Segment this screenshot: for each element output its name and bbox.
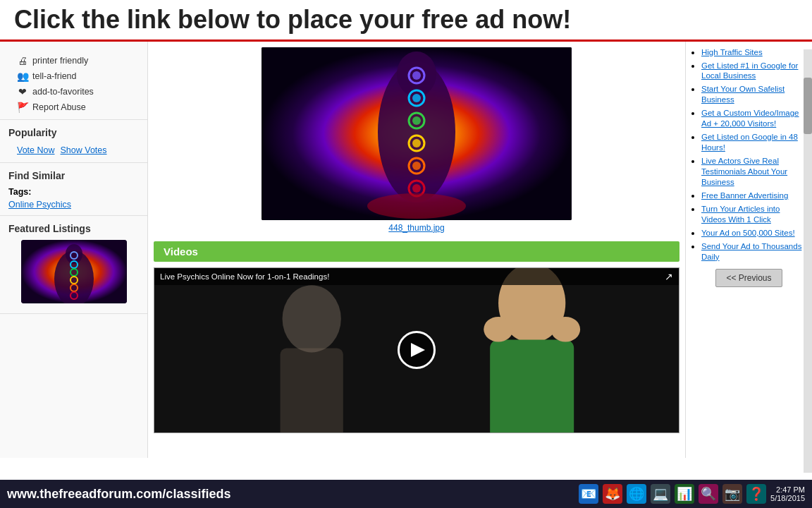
main-image-container: 448_thumb.jpg — [148, 42, 685, 238]
left-sidebar: 🖨 printer friendly 👥 tell-a-friend ❤ add… — [0, 42, 148, 458]
svg-point-23 — [412, 184, 421, 193]
right-list-item: Live Actors Give Real Testimonials About… — [701, 156, 806, 188]
svg-point-13 — [412, 71, 421, 80]
live-actors-link[interactable]: Live Actors Give Real Testimonials About… — [701, 157, 787, 186]
center-content: 448_thumb.jpg Videos Live Psychics Onlin… — [148, 42, 685, 458]
tags-label: Tags: — [8, 187, 139, 197]
video-label: Live Psychics Online Now for 1-on-1 Read… — [160, 272, 329, 281]
svg-point-17 — [412, 116, 421, 125]
right-list-item: Turn Your Articles into Videos With 1 Cl… — [701, 204, 806, 225]
svg-point-21 — [412, 162, 421, 170]
right-links-list: High Traffic Sites Get Listed #1 in Goog… — [691, 47, 806, 262]
svg-point-28 — [484, 316, 513, 341]
utility-links: 🖨 printer friendly 👥 tell-a-friend ❤ add… — [0, 49, 147, 120]
featured-image-svg — [21, 240, 127, 303]
taskbar-icon-3[interactable]: 🌐 — [627, 484, 646, 504]
right-list-item: Send Your Ad to Thousands Daily — [701, 241, 806, 262]
printer-friendly-link[interactable]: 🖨 printer friendly — [8, 53, 139, 68]
right-list-item: Get a Custom Video/Image Ad + 20,000 Vis… — [701, 108, 806, 129]
image-caption[interactable]: 448_thumb.jpg — [388, 223, 444, 233]
video-top-bar: Live Psychics Online Now for 1-on-1 Read… — [154, 268, 679, 285]
vote-now-link[interactable]: Vote Now — [17, 145, 55, 155]
flag-icon: 🚩 — [17, 102, 28, 113]
right-list-item: Start Your Own Safelist Business — [701, 84, 806, 105]
bottom-taskbar: www.thefreeadforum.com/classifieds 📧 🦊 🌐… — [0, 480, 812, 508]
prev-button[interactable]: << Previous — [715, 269, 782, 287]
taskbar-icon-8[interactable]: ❓ — [746, 484, 766, 504]
tell-friend-link[interactable]: 👥 tell-a-friend — [8, 68, 139, 84]
articles-video-link[interactable]: Turn Your Articles into Videos With 1 Cl… — [701, 205, 780, 224]
videos-header: Videos — [154, 241, 679, 262]
taskbar-icon-7[interactable]: 📷 — [722, 484, 742, 504]
people-icon: 👥 — [17, 71, 28, 82]
heart-icon: ❤ — [17, 86, 28, 97]
taskbar-icons: 📧 🦊 🌐 💻 📊 🔍 📷 ❓ 2:47 PM 5/18/2015 — [579, 484, 805, 504]
high-traffic-link[interactable]: High Traffic Sites — [701, 48, 763, 56]
main-image — [262, 47, 572, 220]
google-local-link[interactable]: Get Listed #1 in Google for Local Busine… — [701, 61, 798, 80]
play-button[interactable] — [398, 331, 436, 369]
taskbar-icon-6[interactable]: 🔍 — [699, 484, 718, 504]
taskbar-icon-2[interactable]: 🦊 — [603, 484, 622, 504]
featured-listings-title: Featured Listings — [8, 223, 139, 234]
share-icon[interactable]: ↗ — [665, 271, 673, 282]
video-play-area — [154, 268, 679, 433]
svg-point-24 — [367, 193, 466, 219]
play-icon — [411, 343, 425, 357]
thousands-daily-link[interactable]: Send Your Ad to Thousands Daily — [701, 242, 801, 261]
banner-text: Click the link below to place your free … — [14, 5, 571, 34]
500k-sites-link[interactable]: Your Ad on 500,000 Sites! — [701, 229, 795, 237]
google-48-link[interactable]: Get Listed on Google in 48 Hours! — [701, 133, 798, 152]
popularity-title: Popularity — [8, 127, 139, 138]
site-url[interactable]: www.thefreeadforum.com/classifieds — [7, 487, 230, 502]
online-psychics-tag[interactable]: Online Psychics — [8, 200, 71, 210]
chakra-image-svg — [262, 47, 572, 220]
scrollbar-thumb[interactable] — [804, 78, 812, 134]
custom-video-link[interactable]: Get a Custom Video/Image Ad + 20,000 Vis… — [701, 109, 799, 128]
taskbar-icon-5[interactable]: 📊 — [675, 484, 694, 504]
page-scrollbar[interactable] — [804, 49, 812, 473]
banner-advertising-link[interactable]: Free Banner Advertising — [701, 191, 788, 200]
featured-listings-section: Featured Listings — [0, 219, 147, 314]
right-list-item: Your Ad on 500,000 Sites! — [701, 228, 806, 238]
find-similar-title: Find Similar — [8, 170, 139, 181]
right-list-item: Get Listed on Google in 48 Hours! — [701, 132, 806, 153]
show-votes-link[interactable]: Show Votes — [61, 145, 107, 155]
popularity-links: Vote Now Show Votes — [8, 143, 139, 158]
svg-rect-31 — [281, 348, 343, 432]
printer-icon: 🖨 — [17, 55, 28, 66]
right-list-item: Get Listed #1 in Google for Local Busine… — [701, 61, 806, 82]
taskbar-icon-4[interactable]: 💻 — [651, 484, 670, 504]
find-similar-section: Find Similar Tags: Online Psychics — [0, 166, 147, 216]
taskbar-icon-1[interactable]: 📧 — [579, 484, 598, 504]
right-list-item: Free Banner Advertising — [701, 190, 806, 201]
popularity-section: Popularity Vote Now Show Votes — [0, 123, 147, 163]
safelist-link[interactable]: Start Your Own Safelist Business — [701, 85, 785, 104]
svg-point-19 — [412, 139, 421, 147]
add-favorites-link[interactable]: ❤ add-to-favorites — [8, 84, 139, 99]
taskbar-time: 2:47 PM 5/18/2015 — [770, 485, 805, 502]
right-list-item: High Traffic Sites — [701, 47, 806, 58]
video-container[interactable]: Live Psychics Online Now for 1-on-1 Read… — [154, 267, 679, 433]
top-banner: Click the link below to place your free … — [0, 0, 812, 42]
svg-point-15 — [412, 94, 421, 102]
svg-point-30 — [283, 285, 341, 352]
svg-point-29 — [550, 316, 580, 341]
right-sidebar: High Traffic Sites Get Listed #1 in Goog… — [685, 42, 812, 458]
featured-image[interactable] — [21, 240, 127, 303]
report-abuse-link[interactable]: 🚩 Report Abuse — [8, 99, 139, 115]
svg-rect-27 — [490, 339, 574, 432]
